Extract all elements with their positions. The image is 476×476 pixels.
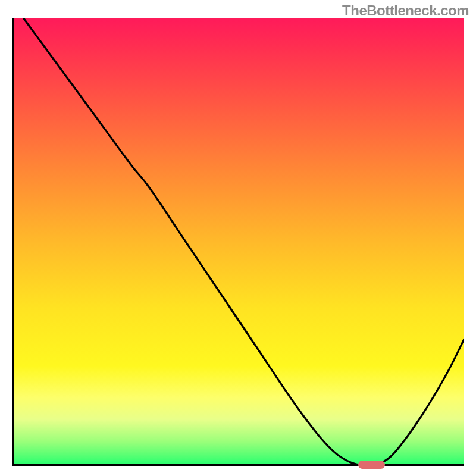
bottleneck-curve: [14, 18, 464, 464]
watermark-text: TheBottleneck.com: [342, 2, 469, 19]
chart-area: [12, 18, 464, 466]
optimal-marker: [358, 461, 386, 469]
